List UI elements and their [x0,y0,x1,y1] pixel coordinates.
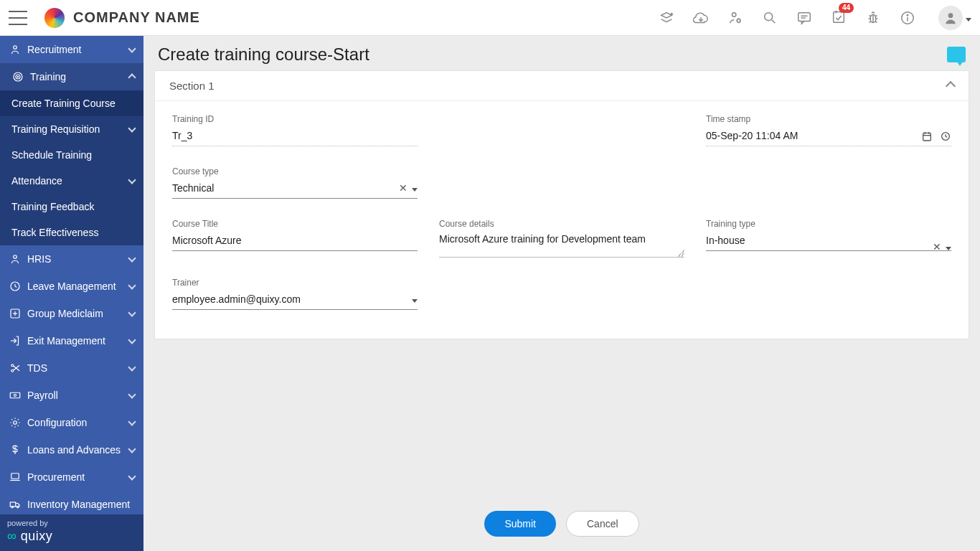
chevron-down-icon[interactable] [412,293,418,306]
sidebar-item-schedule-training[interactable]: Schedule Training [0,142,143,168]
sidebar-item-attendance[interactable]: Attendance [0,168,143,194]
scissors-icon [9,362,22,375]
svg-rect-10 [834,11,844,22]
trainer-field[interactable]: Trainer employee.admin@quixy.com [172,278,418,310]
cloud-download-icon[interactable] [693,10,709,26]
course-title-value: Microsoft Azure [172,233,418,251]
timestamp-label: Time stamp [706,114,951,124]
sidebar-item-recruitment[interactable]: Recruitment [0,36,143,63]
target-icon [11,70,24,83]
section-title: Section 1 [169,80,215,92]
chevron-down-icon [129,444,135,456]
svg-line-6 [772,19,776,23]
sidebar-item-training[interactable]: Training [0,63,143,90]
chevron-up-icon [947,80,954,92]
notification-badge: 44 [839,3,854,13]
sidebar-item-track-effectiveness[interactable]: Track Effectiveness [0,220,143,245]
course-title-field[interactable]: Course Title Microsoft Azure [172,219,418,258]
training-id-value: Tr_3 [172,128,418,146]
sidebar-item-exit-management[interactable]: Exit Management [0,327,143,354]
submit-button[interactable]: Submit [484,511,556,537]
course-details-field[interactable]: Course details Microsoft Azure training … [439,219,684,258]
clear-icon[interactable]: ✕ [933,241,941,253]
chevron-up-icon [129,71,135,83]
svg-point-40 [14,395,17,397]
svg-point-29 [14,255,17,259]
svg-point-35 [11,364,14,367]
svg-point-28 [17,76,19,77]
svg-rect-42 [11,474,19,479]
info-icon[interactable] [900,10,915,26]
chevron-down-icon [129,175,135,187]
search-icon[interactable] [762,10,778,26]
svg-point-3 [732,12,735,17]
sidebar-item-group-mediclaim[interactable]: Group Mediclaim [0,300,143,327]
svg-point-41 [14,421,17,425]
sidebar-item-inventory-management[interactable]: Inventory Management [0,491,143,514]
timestamp-field[interactable]: Time stamp 05-Sep-20 11:04 AM [706,114,951,146]
sidebar-item-configuration[interactable]: Configuration [0,409,143,436]
user-menu[interactable] [938,6,971,30]
bug-icon[interactable] [865,10,881,26]
course-type-field[interactable]: Course type Technical ✕ [172,166,418,199]
course-type-label: Course type [172,166,418,176]
trainer-label: Trainer [172,278,418,288]
logo-area[interactable]: COMPANY NAME [44,8,200,28]
course-type-value: Technical [172,181,418,199]
chevron-down-icon [129,44,135,55]
chevron-down-icon [129,417,135,428]
sidebar-footer: powered by ∞ quixy [0,514,143,551]
svg-marker-0 [661,12,672,17]
logo-icon [44,8,65,28]
training-type-field[interactable]: Training type In-house ✕ [706,219,951,258]
laptop-icon [9,471,22,484]
sidebar-item-training-requisition[interactable]: Training Requisition [0,116,143,142]
chevron-down-icon [129,281,135,292]
cancel-button[interactable]: Cancel [566,511,639,537]
sidebar-item-tds[interactable]: TDS [0,354,143,382]
chevron-down-icon[interactable] [412,182,418,194]
message-icon[interactable] [796,10,812,26]
recruitment-icon [9,43,22,56]
training-type-label: Training type [706,219,951,229]
sidebar-item-loans-advances[interactable]: Loans and Advances [0,436,143,463]
tasks-icon[interactable]: 44 [831,9,847,27]
layers-add-icon[interactable] [659,10,674,26]
sidebar-item-procurement[interactable]: Procurement [0,463,143,491]
avatar-icon [938,6,963,30]
sidebar-item-hris[interactable]: HRIS [0,245,143,273]
resize-handle-icon[interactable] [677,250,684,257]
clear-icon[interactable]: ✕ [399,182,407,194]
page-title: Create training course-Start [158,44,369,65]
section-header[interactable]: Section 1 [155,71,969,100]
header-actions: 44 [659,6,971,30]
clock-icon[interactable] [940,131,951,142]
user-settings-icon[interactable] [727,10,743,26]
sidebar-item-payroll[interactable]: Payroll [0,382,143,409]
chevron-down-icon [129,471,135,483]
svg-point-36 [11,369,14,372]
course-title-label: Course Title [172,219,418,229]
svg-point-4 [737,19,740,22]
menu-toggle-icon[interactable] [9,11,27,25]
company-name: COMPANY NAME [73,9,200,26]
chevron-down-icon [129,390,135,401]
section-card: Section 1 Training ID Tr_3 Time stamp 05… [154,70,969,339]
training-id-field[interactable]: Training ID Tr_3 [172,114,418,146]
course-details-label: Course details [439,219,684,229]
chat-icon[interactable] [947,47,966,62]
brand-logo[interactable]: ∞ quixy [7,529,136,544]
medical-icon [9,307,22,320]
svg-line-19 [870,21,872,22]
chevron-down-icon[interactable] [946,240,951,253]
sidebar-item-training-feedback[interactable]: Training Feedback [0,194,143,220]
svg-point-25 [14,46,17,50]
svg-rect-44 [10,502,16,507]
infinity-icon: ∞ [7,529,17,544]
sidebar-item-leave-management[interactable]: Leave Management [0,273,143,300]
powered-by-label: powered by [7,519,136,527]
calendar-icon[interactable] [921,131,933,142]
svg-point-46 [17,507,19,508]
sidebar: Recruitment Training Create Training Cou… [0,36,143,551]
sidebar-item-create-training-course[interactable]: Create Training Course [0,90,143,116]
